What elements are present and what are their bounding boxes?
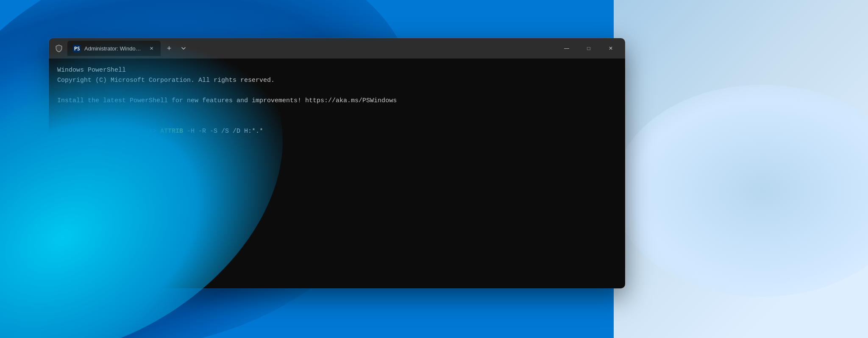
shield-icon-wrapper	[52, 42, 66, 55]
tab-close-button[interactable]: ✕	[147, 44, 156, 53]
terminal-window: PS Administrator: Windows Powe ✕ +	[49, 38, 625, 288]
terminal-line-4: Install the latest PowerShell for new fe…	[57, 96, 617, 106]
title-bar: PS Administrator: Windows Powe ✕ +	[49, 38, 625, 59]
maximize-button[interactable]: □	[578, 42, 600, 55]
tab-label: Administrator: Windows Powe	[84, 45, 144, 52]
terminal-command-line-1: PS C:\Users\lukas> ATTRIB -H -R -S /S /D…	[57, 116, 617, 147]
active-tab[interactable]: PS Administrator: Windows Powe ✕	[67, 41, 161, 56]
command-attrib: ATTRIB	[160, 128, 183, 135]
title-bar-left: PS Administrator: Windows Powe ✕ +	[52, 41, 556, 56]
powershell-tab-icon: PS	[72, 44, 81, 53]
terminal-command-line-2: PS C:\Users\lukas>	[57, 147, 617, 177]
window-controls: — □ ✕	[556, 42, 622, 55]
prompt-1: PS C:\Users\lukas>	[88, 128, 160, 135]
terminal-content[interactable]: Windows PowerShell Copyright (C) Microso…	[49, 59, 625, 288]
desktop: PS Administrator: Windows Powe ✕ +	[0, 0, 868, 338]
terminal-line-2: Copyright (C) Microsoft Corporation. All…	[57, 75, 617, 86]
svg-text:PS: PS	[74, 46, 80, 52]
cursor	[160, 158, 164, 165]
terminal-line-1: Windows PowerShell	[57, 65, 617, 75]
command-args-1: -H -R -S /S /D H:*.*	[183, 128, 263, 135]
terminal-line-5	[57, 106, 617, 116]
terminal-line-3	[57, 86, 617, 96]
close-button[interactable]: ✕	[600, 42, 622, 55]
minimize-button[interactable]: —	[556, 42, 578, 55]
new-tab-button[interactable]: +	[162, 42, 176, 55]
tab-dropdown-button[interactable]	[178, 42, 189, 54]
svg-rect-0	[73, 45, 81, 52]
prompt-2: PS C:\Users\lukas>	[88, 158, 160, 165]
shield-icon	[55, 45, 63, 52]
